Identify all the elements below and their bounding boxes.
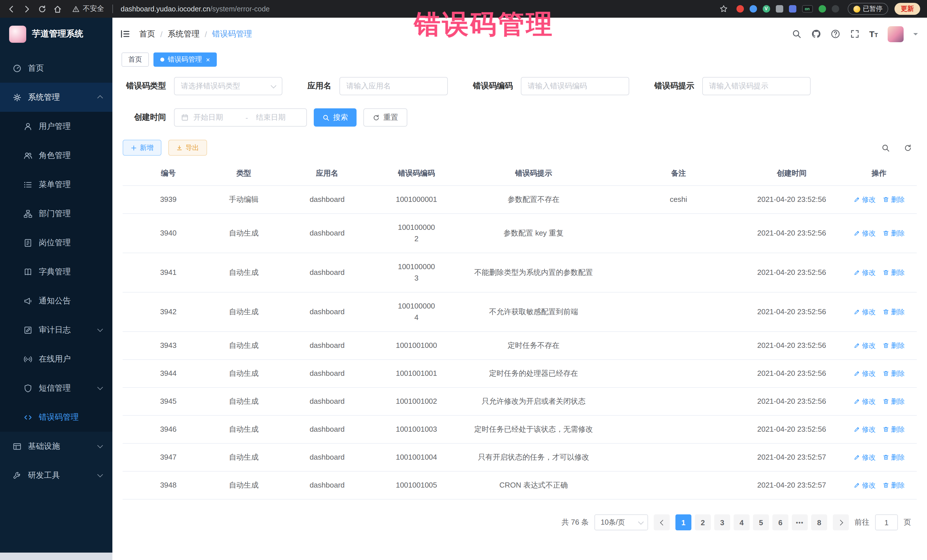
delete-link[interactable]: 删除 bbox=[883, 452, 905, 463]
next-page-button[interactable] bbox=[833, 514, 849, 530]
tab-error-code[interactable]: 错误码管理 × bbox=[153, 52, 217, 67]
page-button-2[interactable]: 2 bbox=[695, 514, 711, 530]
goto-page-input[interactable] bbox=[875, 514, 898, 530]
app-name-input[interactable]: 请输入应用名 bbox=[339, 77, 448, 95]
recorder-extension-icon[interactable] bbox=[736, 5, 744, 12]
font-size-icon[interactable]: TT bbox=[869, 30, 878, 38]
close-icon[interactable]: × bbox=[206, 56, 210, 63]
sidebar-item-roles[interactable]: 角色管理 bbox=[0, 141, 112, 170]
sidebar-item-error-code[interactable]: 错误码管理 bbox=[0, 403, 112, 432]
delete-link[interactable]: 删除 bbox=[883, 340, 905, 351]
apps-extension-icon[interactable] bbox=[789, 5, 796, 12]
edit-link[interactable]: 修改 bbox=[853, 452, 876, 463]
add-button[interactable]: 新增 bbox=[123, 140, 161, 156]
page-button-1[interactable]: 1 bbox=[675, 514, 691, 530]
help-icon[interactable] bbox=[830, 29, 840, 39]
home-icon[interactable] bbox=[53, 4, 62, 14]
edit-link[interactable]: 修改 bbox=[853, 396, 876, 407]
table-refresh-icon[interactable] bbox=[904, 143, 912, 152]
sidebar-item-menus[interactable]: 菜单管理 bbox=[0, 170, 112, 199]
avatar[interactable] bbox=[887, 26, 904, 42]
puzzle-extensions-icon[interactable] bbox=[775, 5, 783, 12]
error-hint-input[interactable]: 请输入错误码提示 bbox=[702, 77, 811, 95]
date-range-picker[interactable]: 开始日期 - 结束日期 bbox=[174, 108, 307, 127]
caret-down-icon[interactable] bbox=[913, 33, 918, 37]
sidebar-item-infrastructure[interactable]: 基础设施 bbox=[0, 432, 112, 461]
column-header-code: 错误码编码 bbox=[381, 161, 452, 185]
tab-home[interactable]: 首页 bbox=[122, 52, 149, 67]
edit-link[interactable]: 修改 bbox=[853, 480, 876, 491]
table-search-icon[interactable] bbox=[881, 143, 890, 152]
edit-link[interactable]: 修改 bbox=[853, 267, 876, 278]
delete-link[interactable]: 删除 bbox=[883, 480, 905, 491]
delete-link[interactable]: 删除 bbox=[883, 228, 905, 239]
sidebar-item-users[interactable]: 用户管理 bbox=[0, 112, 112, 141]
cell-operations: 修改删除 bbox=[841, 259, 916, 286]
page-button-5[interactable]: 5 bbox=[753, 514, 769, 530]
column-header-id: 编号 bbox=[123, 161, 214, 185]
edit-link[interactable]: 修改 bbox=[853, 368, 876, 379]
reset-button[interactable]: 重置 bbox=[363, 108, 407, 127]
search-button[interactable]: 搜索 bbox=[314, 108, 357, 127]
address-bar[interactable]: dashboard.yudao.iocoder.cn/system/error-… bbox=[121, 5, 713, 13]
vue-devtools-extension-icon[interactable]: V bbox=[763, 5, 770, 12]
page-button-3[interactable]: 3 bbox=[714, 514, 730, 530]
delete-link[interactable]: 删除 bbox=[883, 424, 905, 435]
delete-link[interactable]: 删除 bbox=[883, 194, 905, 205]
sidebar-item-system[interactable]: 系统管理 bbox=[0, 83, 112, 112]
error-code-input[interactable]: 请输入错误码编码 bbox=[521, 77, 629, 95]
delete-link[interactable]: 删除 bbox=[883, 306, 905, 318]
fullscreen-icon[interactable] bbox=[850, 29, 859, 39]
leaf-extension-icon[interactable] bbox=[818, 5, 826, 12]
sidebar-item-label: 字典管理 bbox=[39, 267, 102, 277]
sidebar-item-sms[interactable]: 短信管理 bbox=[0, 373, 112, 403]
sidebar-item-dev-tools[interactable]: 研发工具 bbox=[0, 461, 112, 490]
page-button-8[interactable]: 8 bbox=[811, 514, 827, 530]
edit-link[interactable]: 修改 bbox=[853, 306, 876, 318]
cell-type: 自动生成 bbox=[214, 416, 274, 443]
page-button-4[interactable]: 4 bbox=[734, 514, 749, 530]
cell-id: 3940 bbox=[123, 220, 214, 247]
sidebar-item-departments[interactable]: 部门管理 bbox=[0, 199, 112, 228]
error-type-select[interactable]: 请选择错误码类型 bbox=[174, 77, 283, 95]
security-indicator[interactable]: 不安全 bbox=[72, 4, 104, 14]
sidebar-item-notice[interactable]: 通知公告 bbox=[0, 286, 112, 316]
filter-row-1: 错误码类型 请选择错误码类型 应用名 请输入应用名 错误码编码 bbox=[123, 77, 917, 95]
forward-icon[interactable] bbox=[22, 4, 31, 14]
paused-badge[interactable]: 已暂停 bbox=[847, 3, 888, 15]
delete-link[interactable]: 删除 bbox=[883, 396, 905, 407]
export-button[interactable]: 导出 bbox=[168, 140, 207, 156]
search-icon[interactable] bbox=[792, 29, 801, 39]
github-icon[interactable] bbox=[811, 29, 821, 39]
breadcrumb-system[interactable]: 系统管理 bbox=[168, 29, 200, 39]
sidebar-item-dictionary[interactable]: 字典管理 bbox=[0, 257, 112, 286]
edit-link[interactable]: 修改 bbox=[853, 424, 876, 435]
back-icon[interactable] bbox=[7, 4, 16, 14]
cell-app: dashboard bbox=[274, 259, 381, 286]
edit-link[interactable]: 修改 bbox=[853, 340, 876, 351]
page-size-select[interactable]: 10条/页 bbox=[594, 514, 648, 530]
filter-code: 错误码编码 请输入错误码编码 bbox=[473, 77, 629, 95]
reload-icon[interactable] bbox=[38, 4, 47, 14]
update-button[interactable]: 更新 bbox=[895, 3, 920, 15]
cell-message: CRON 表达式不正确 bbox=[452, 472, 615, 499]
sidebar-item-home[interactable]: 首页 bbox=[0, 54, 112, 83]
page-button-6[interactable]: 6 bbox=[772, 514, 789, 530]
edit-link[interactable]: 修改 bbox=[853, 228, 876, 239]
pagination-ellipsis[interactable]: ••• bbox=[792, 514, 808, 530]
sidebar-item-audit-log[interactable]: 审计日志 bbox=[0, 316, 112, 344]
sidebar-item-online-users[interactable]: 在线用户 bbox=[0, 344, 112, 373]
sidebar-item-posts[interactable]: 岗位管理 bbox=[0, 228, 112, 257]
tampermonkey-extension-icon[interactable] bbox=[831, 5, 839, 12]
edit-link[interactable]: 修改 bbox=[853, 194, 876, 205]
vpn-extension-icon[interactable]: on bbox=[802, 5, 813, 12]
star-icon[interactable] bbox=[719, 5, 728, 13]
prev-page-button[interactable] bbox=[654, 514, 670, 530]
delete-link[interactable]: 删除 bbox=[883, 267, 905, 278]
colorpicker-extension-icon[interactable] bbox=[749, 5, 757, 12]
delete-link[interactable]: 删除 bbox=[883, 368, 905, 379]
cell-code: 1001001001 bbox=[381, 360, 452, 387]
menu-fold-icon[interactable] bbox=[120, 29, 131, 39]
address-divider bbox=[112, 5, 112, 13]
breadcrumb-home[interactable]: 首页 bbox=[139, 29, 155, 39]
